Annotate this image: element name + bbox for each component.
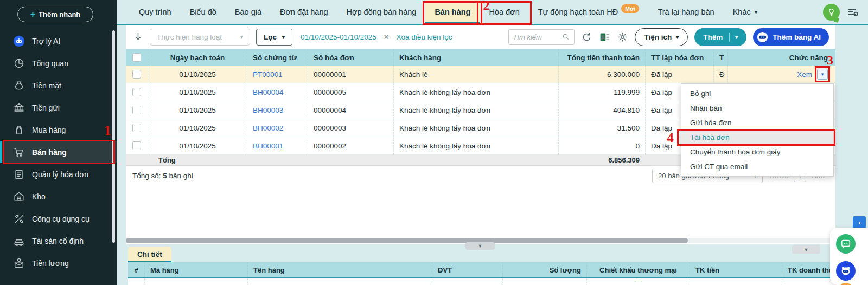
detail-row-checkbox[interactable]: [635, 281, 642, 285]
invoice-number-cell: 00000001: [308, 66, 393, 83]
record-count-text: Tổng số: 5 bản ghi: [132, 172, 193, 180]
utilities-button[interactable]: Tiện ích ▾: [635, 28, 688, 46]
detail-panel-collapse-toggle[interactable]: ▼: [465, 242, 495, 250]
row-checkbox[interactable]: [132, 124, 141, 132]
select-all-checkbox[interactable]: [132, 53, 141, 62]
expand-panel-button[interactable]: ›: [853, 216, 866, 228]
column-header[interactable]: Tên hàng: [247, 262, 432, 277]
row-checkbox[interactable]: [132, 106, 141, 114]
tab[interactable]: Hóa đơn: [480, 0, 528, 24]
document-number-link[interactable]: PT00001: [247, 66, 308, 83]
customer-cell: Khách lẻ không lấy hóa đơn: [393, 137, 558, 154]
tab-detail[interactable]: Chi tiết: [128, 247, 171, 262]
row-actions-dropdown-button[interactable]: ▾: [817, 69, 828, 80]
bulk-action-select[interactable]: Thực hiện hàng loạt ▾: [150, 29, 250, 46]
add-with-ai-button[interactable]: Thêm bằng AI: [753, 28, 829, 46]
row-checkbox[interactable]: [132, 88, 141, 96]
column-header[interactable]: TT lập hóa đơn: [645, 49, 713, 66]
column-header[interactable]: Khách hàng: [393, 49, 558, 66]
sidebar-item[interactable]: Trợ lý AI: [0, 30, 117, 52]
column-header[interactable]: Chiết khấu thương mại: [586, 262, 690, 277]
sidebar-nav: Trợ lý AI Tổng quan Tiền mặt Tiền gửi: [0, 30, 117, 274]
tab[interactable]: Tự động hạch toán HĐ Mới: [529, 0, 649, 24]
toolbar: Thực hiện hàng loạt ▾ Lọc ▾ 01/10/2025-0…: [126, 25, 835, 49]
export-download-icon[interactable]: [132, 31, 144, 43]
tab-label: Đơn đặt hàng: [280, 8, 328, 16]
refresh-icon[interactable]: [581, 31, 592, 43]
tips-lightbulb-icon[interactable]: [823, 4, 840, 21]
sidebar-item[interactable]: Kho: [0, 185, 117, 208]
sidebar-item[interactable]: Tổng quan: [0, 52, 117, 74]
filter-button[interactable]: Lọc ▾: [256, 29, 292, 46]
customer-cell: Khách lẻ: [393, 66, 558, 83]
document-number-link[interactable]: BH00002: [247, 119, 308, 137]
sidebar-item-label: Quản lý hóa đơn: [32, 170, 88, 179]
horizontal-scrollbar-thumb[interactable]: [126, 238, 688, 243]
context-menu-item[interactable]: Tải hóa đơn 4: [681, 130, 833, 145]
column-header[interactable]: Ngày hạch toán: [148, 49, 247, 66]
sidebar-scrollbar[interactable]: [112, 30, 115, 243]
sidebar-item[interactable]: Mua hàng: [0, 119, 117, 141]
remove-date-filter-icon[interactable]: ✕: [384, 33, 390, 41]
tab[interactable]: Biểu đồ: [181, 0, 226, 24]
quick-add-button[interactable]: + Thêm nhanh: [17, 7, 93, 22]
column-header[interactable]: Mã hàng: [144, 262, 247, 277]
context-menu-item[interactable]: Gửi hóa đơn: [681, 115, 833, 130]
tab[interactable]: Báo giá: [226, 0, 271, 24]
column-header[interactable]: Số hóa đơn: [308, 49, 393, 66]
total-label: Tổng: [148, 155, 247, 165]
clear-filter-link[interactable]: Xóa điều kiện lọc: [397, 33, 452, 41]
sidebar-item[interactable]: Quản lý hóa đơn: [0, 163, 117, 185]
sidebar-item[interactable]: Tiền gửi: [0, 96, 117, 119]
tab[interactable]: Khác: [724, 0, 767, 24]
column-header[interactable]: TK doanh thu: [782, 262, 835, 277]
search-input[interactable]: [513, 33, 559, 41]
column-header[interactable]: Số chứng từ: [247, 49, 308, 66]
date-range-filter[interactable]: 01/10/2025-01/10/2025: [301, 33, 376, 41]
column-header[interactable]: Tổng tiền thanh toán: [558, 49, 645, 66]
document-number-link[interactable]: BH00003: [247, 101, 308, 119]
view-link[interactable]: Xem: [797, 70, 812, 79]
invoice-management-icon: [13, 169, 25, 180]
row-actions-context-menu: Bỏ ghi Nhân bản Gửi hóa đơn Tải hóa đơn …: [681, 83, 834, 177]
sidebar-item[interactable]: Công cụ dụng cụ: [0, 208, 117, 230]
detail-options-dropdown[interactable]: ▼: [792, 245, 820, 254]
tab[interactable]: Bán hàng 2: [425, 0, 480, 24]
tab[interactable]: Trả lại hàng bán: [648, 0, 723, 24]
document-number-link[interactable]: BH00004: [247, 83, 308, 101]
table-row[interactable]: 01/10/2025 PT00001 00000001 Khách lẻ 6.3…: [126, 66, 835, 83]
column-header[interactable]: ĐVT: [432, 262, 502, 277]
context-menu-item[interactable]: Chuyển thành hóa đơn giấy: [681, 145, 833, 159]
row-checkbox[interactable]: [132, 141, 141, 150]
tab-bar: Quy trình Biểu đồ Báo giá Đơn đặt hàng H…: [117, 0, 868, 25]
context-menu-item[interactable]: Nhân bản: [681, 101, 833, 115]
row-checkbox[interactable]: [132, 70, 141, 79]
column-header[interactable]: Số lượng: [502, 262, 586, 277]
ai-assistant-button[interactable]: [836, 261, 856, 281]
tab[interactable]: Hợp đồng bán hàng: [337, 0, 426, 24]
column-header[interactable]: T: [713, 49, 727, 66]
list-settings-icon[interactable]: [846, 5, 859, 18]
sidebar-item-label: Kho: [32, 192, 46, 201]
sidebar-item[interactable]: Bán hàng 1: [0, 141, 117, 163]
sidebar-item[interactable]: Tiền lương: [0, 252, 117, 274]
tab-label: Trả lại hàng bán: [658, 8, 714, 16]
gear-icon[interactable]: [617, 31, 628, 43]
column-header[interactable]: TK tiền: [690, 262, 782, 277]
ai-robot-icon: [756, 31, 769, 43]
context-menu-item[interactable]: Gửi CT qua email: [681, 159, 833, 174]
chat-support-button[interactable]: [836, 234, 856, 254]
total-amount: 6.856.309: [558, 155, 645, 165]
tab[interactable]: Đơn đặt hàng: [271, 0, 337, 24]
column-header[interactable]: Chức năng 3: [727, 49, 835, 66]
export-excel-icon[interactable]: X: [599, 31, 610, 43]
sidebar-item[interactable]: Tiền mặt: [0, 74, 117, 96]
sidebar-item-label: Bán hàng: [32, 148, 67, 157]
posting-date-cell: 01/10/2025: [148, 101, 247, 119]
column-header[interactable]: #: [128, 262, 144, 277]
sidebar-item[interactable]: Tài sản cố định: [0, 230, 117, 252]
add-button[interactable]: Thêm ▾: [694, 28, 746, 46]
document-number-link[interactable]: BH00001: [247, 137, 308, 154]
tab[interactable]: Quy trình: [130, 0, 181, 24]
context-menu-item[interactable]: Bỏ ghi: [681, 86, 833, 101]
